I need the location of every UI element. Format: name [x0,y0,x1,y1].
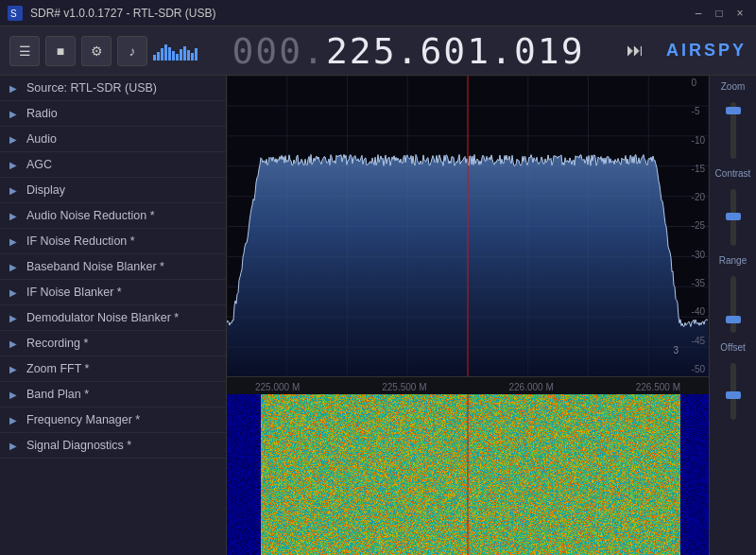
sidebar-arrow-5: ▶ [9,211,19,220]
y-label-0: 0 [692,78,705,88]
vol-bar-1 [153,55,156,61]
skip-button[interactable]: ⏭ [619,37,651,64]
settings-button[interactable]: ⚙ [81,36,112,66]
contrast-slider-track[interactable] [730,189,736,246]
sidebar-item-14[interactable]: ▶Signal Diagnostics * [0,433,226,459]
stop-button[interactable]: ■ [45,36,76,66]
sidebar-item-11[interactable]: ▶Zoom FFT * [0,356,226,382]
vol-bar-4 [164,44,167,61]
offset-slider-thumb[interactable] [726,391,741,399]
sidebar-label-9: Demodulator Noise Blanker * [26,311,179,324]
offset-slider-track[interactable] [730,363,736,420]
main-toolbar: ☰ ■ ⚙ ♪ 000.225.601.019 ⏭ AIRSPY [0,26,756,76]
sidebar-arrow-14: ▶ [9,441,19,450]
vol-bar-6 [172,51,175,61]
vol-bar-10 [187,50,190,61]
right-panel: Zoom Contrast Range Offset [709,76,756,555]
minimize-button[interactable]: – [690,5,707,22]
sidebar-label-4: Display [26,183,65,197]
volume-bars [153,42,198,61]
range-slider-thumb[interactable] [726,316,741,323]
freq-prefix: 000. [232,30,326,72]
range-value: 3 [673,345,679,356]
y-label-4: -20 [692,192,705,202]
window-title: SDR# v1.0.0.1727 - RTL-SDR (USB) [30,7,216,20]
sidebar-item-13[interactable]: ▶Frequency Manager * [0,408,226,433]
range-label: Range [719,255,747,267]
sidebar-item-7[interactable]: ▶Baseband Noise Blanker * [0,254,226,280]
frequency-display: 000.225.601.019 [203,30,613,72]
sidebar-arrow-1: ▶ [9,109,19,118]
vol-bar-12 [195,48,198,61]
sidebar-label-2: Audio [26,132,57,146]
sidebar-label-8: IF Noise Blanker * [26,286,122,299]
vol-bar-5 [168,47,171,61]
x-label-3: 226.500 M [636,382,680,392]
waterfall-canvas [227,394,709,555]
window-controls: – □ × [690,5,748,22]
sidebar-item-3[interactable]: ▶AGC [0,152,226,178]
vol-bar-3 [161,48,163,61]
zoom-slider-track[interactable] [730,102,736,159]
vol-bar-2 [157,52,160,61]
sidebar-label-6: IF Noise Reduction * [26,234,135,248]
sidebar-item-5[interactable]: ▶Audio Noise Reduction * [0,203,226,229]
sidebar-item-2[interactable]: ▶Audio [0,127,226,152]
zoom-slider-thumb[interactable] [726,107,741,114]
sidebar-item-4[interactable]: ▶Display [0,178,226,203]
spectrum-plot[interactable]: 0-5-10-15-20-25-30-35-40-45-50 3 [227,76,709,377]
x-axis-labels: 225.000 M225.500 M226.000 M226.500 M [227,377,709,394]
y-label-3: -15 [692,164,705,174]
vol-bar-7 [176,54,179,61]
maximize-button[interactable]: □ [711,5,728,22]
y-label-6: -30 [692,250,705,260]
sidebar-arrow-6: ▶ [9,236,19,246]
sidebar-item-1[interactable]: ▶Radio [0,101,226,127]
sidebar-arrow-4: ▶ [9,185,19,195]
sidebar-item-6[interactable]: ▶IF Noise Reduction * [0,229,226,254]
y-label-9: -45 [692,336,705,346]
titlebar-left: S SDR# v1.0.0.1727 - RTL-SDR (USB) [8,6,216,21]
sidebar-label-5: Audio Noise Reduction * [26,209,155,222]
sidebar-label-3: AGC [26,158,52,171]
sidebar-item-10[interactable]: ▶Recording * [0,331,226,356]
y-axis-labels: 0-5-10-15-20-25-30-35-40-45-50 [692,76,705,376]
sidebar-item-8[interactable]: ▶IF Noise Blanker * [0,280,226,305]
sidebar-label-12: Band Plan * [26,388,89,401]
sidebar-label-0: Source: RTL-SDR (USB) [26,81,157,95]
y-label-1: -5 [692,106,705,116]
contrast-label: Contrast [715,168,751,180]
close-button[interactable]: × [731,5,748,22]
waterfall [227,394,709,555]
spectrum-container: 0-5-10-15-20-25-30-35-40-45-50 3 225.000… [227,76,709,555]
vol-bar-11 [191,53,194,61]
sidebar: ▶Source: RTL-SDR (USB)▶Radio▶Audio▶AGC▶D… [0,76,227,555]
sidebar-item-12[interactable]: ▶Band Plan * [0,382,226,408]
sidebar-item-0[interactable]: ▶Source: RTL-SDR (USB) [0,76,226,101]
freq-value: 225.601.019 [326,30,585,72]
sidebar-arrow-8: ▶ [9,287,19,297]
sidebar-arrow-9: ▶ [9,313,19,322]
audio-button[interactable]: ♪ [117,36,147,66]
sidebar-arrow-7: ▶ [9,262,19,271]
y-label-5: -25 [692,220,705,231]
range-slider-track[interactable] [730,276,736,333]
titlebar: S SDR# v1.0.0.1727 - RTL-SDR (USB) – □ × [0,0,756,26]
y-label-8: -40 [692,306,705,317]
sidebar-label-1: Radio [26,107,58,120]
sidebar-item-9[interactable]: ▶Demodulator Noise Blanker * [0,305,226,331]
menu-button[interactable]: ☰ [9,36,40,66]
sidebar-arrow-0: ▶ [9,83,19,93]
sidebar-arrow-3: ▶ [9,160,19,169]
spectrum-canvas [227,76,709,377]
svg-text:S: S [10,9,17,19]
sidebar-arrow-11: ▶ [9,364,19,373]
sidebar-arrow-10: ▶ [9,338,19,348]
sidebar-label-13: Frequency Manager * [26,413,140,426]
x-label-2: 226.000 M [508,382,553,392]
y-label-2: -10 [692,135,705,146]
sidebar-label-14: Signal Diagnostics * [26,439,131,452]
main-content: ▶Source: RTL-SDR (USB)▶Radio▶Audio▶AGC▶D… [0,76,756,555]
contrast-slider-thumb[interactable] [726,213,741,220]
sidebar-arrow-12: ▶ [9,390,19,399]
